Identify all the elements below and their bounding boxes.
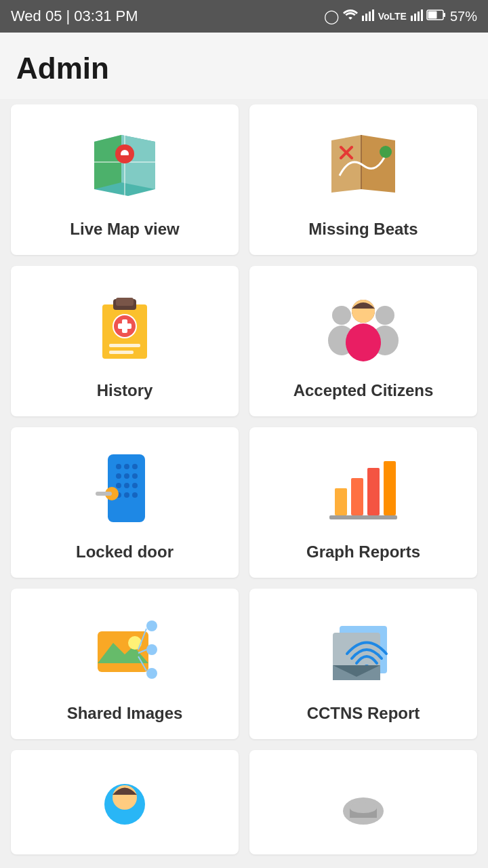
accepted-citizens-label: Accepted Citizens: [293, 381, 434, 400]
locked-door-icon: [84, 448, 165, 529]
partial-2-icon: [336, 770, 390, 825]
missing-beats-label: Missing Beats: [308, 220, 418, 239]
card-accepted-citizens[interactable]: Accepted Citizens: [249, 266, 477, 416]
svg-rect-31: [118, 323, 131, 329]
svg-rect-32: [109, 344, 140, 347]
shared-images-label: Shared Images: [67, 704, 183, 723]
card-shared-images[interactable]: Shared Images: [11, 589, 239, 739]
svg-rect-27: [116, 298, 134, 306]
battery-icon: [427, 9, 446, 24]
card-cctns-report[interactable]: CCTNS Report: [249, 589, 477, 739]
svg-rect-0: [362, 16, 364, 21]
card-partial-1[interactable]: [11, 750, 239, 854]
svg-rect-4: [411, 16, 413, 21]
svg-rect-9: [443, 13, 445, 17]
status-bar: Wed 05 | 03:31 PM ◯ VoLTE 57%: [0, 0, 488, 33]
svg-point-34: [332, 306, 351, 325]
volte-icon: VoLTE: [378, 11, 407, 22]
history-icon: [84, 286, 165, 368]
svg-marker-19: [331, 135, 361, 193]
svg-rect-33: [109, 351, 134, 354]
card-missing-beats[interactable]: Missing Beats: [249, 104, 477, 255]
svg-rect-3: [372, 9, 374, 21]
wifi-icon: [343, 9, 358, 24]
status-icons: ◯ VoLTE 57%: [324, 8, 477, 24]
signal-icon: [362, 9, 374, 24]
card-live-map-view[interactable]: Live Map view: [11, 104, 239, 255]
cctns-report-label: CCTNS Report: [307, 704, 420, 723]
svg-rect-1: [365, 14, 367, 21]
card-graph-reports[interactable]: Graph Reports: [249, 427, 477, 578]
svg-rect-6: [418, 12, 420, 21]
svg-rect-61: [335, 488, 347, 515]
svg-rect-62: [367, 468, 380, 515]
svg-point-48: [116, 483, 121, 488]
live-map-view-icon: [84, 125, 165, 206]
svg-rect-7: [421, 9, 423, 21]
svg-point-36: [375, 306, 394, 325]
card-partial-2[interactable]: [249, 750, 477, 854]
partial-1-icon: [98, 770, 152, 825]
svg-rect-5: [414, 14, 416, 21]
lock-icon: ◯: [324, 8, 339, 24]
svg-rect-10: [428, 11, 436, 18]
svg-point-43: [124, 464, 129, 469]
card-history[interactable]: History: [11, 266, 239, 416]
svg-point-67: [146, 644, 157, 655]
live-map-view-label: Live Map view: [70, 220, 179, 239]
graph-reports-icon: [323, 448, 404, 529]
accepted-citizens-icon: [323, 286, 404, 368]
svg-point-66: [146, 620, 157, 631]
missing-beats-icon: [323, 125, 404, 206]
shared-images-icon: [84, 609, 165, 690]
page-header: Admin: [0, 33, 488, 99]
svg-rect-60: [384, 461, 396, 515]
svg-point-46: [124, 473, 129, 479]
svg-point-45: [116, 473, 121, 479]
status-time: Wed 05 | 03:31 PM: [11, 7, 138, 25]
card-locked-door[interactable]: Locked door: [11, 427, 239, 578]
svg-point-42: [116, 464, 121, 469]
cctns-report-icon: [323, 609, 404, 690]
svg-marker-20: [361, 135, 395, 193]
svg-point-81: [350, 802, 377, 813]
svg-point-68: [146, 668, 157, 679]
svg-rect-56: [329, 515, 397, 519]
menu-grid: Live Map view Missing Beats: [0, 99, 488, 865]
svg-point-52: [124, 492, 129, 498]
svg-point-49: [124, 483, 129, 488]
signal2-icon: [411, 9, 423, 24]
history-label: History: [97, 381, 153, 400]
battery-percent: 57%: [450, 9, 477, 24]
svg-rect-55: [96, 492, 112, 496]
svg-rect-2: [369, 12, 371, 21]
graph-reports-label: Graph Reports: [306, 542, 420, 561]
svg-point-44: [132, 464, 138, 469]
svg-point-50: [132, 483, 138, 488]
svg-point-47: [132, 473, 138, 479]
svg-rect-58: [351, 478, 363, 515]
page-title: Admin: [16, 52, 472, 85]
svg-point-24: [380, 146, 392, 158]
svg-point-39: [346, 323, 381, 361]
svg-point-53: [132, 492, 138, 498]
locked-door-label: Locked door: [76, 542, 174, 561]
